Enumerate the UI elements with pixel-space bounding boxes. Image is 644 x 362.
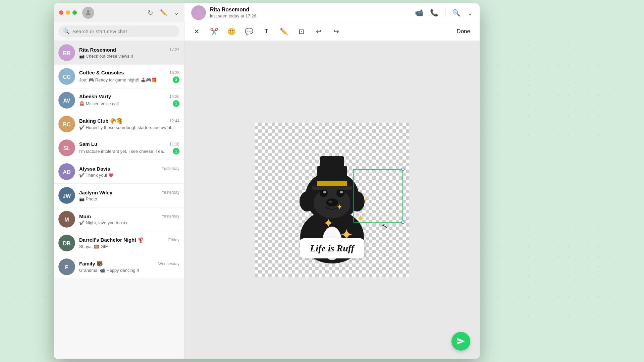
chat-top-family: Family 🐻 Wednesday [79, 261, 179, 267]
search-bar: 🔍 [54, 22, 184, 41]
more-options-icon[interactable]: ⌄ [467, 9, 473, 17]
svg-point-31 [340, 191, 343, 193]
chat-item-baking[interactable]: BC Baking Club 🥐🥞 12:44 ✔️ Honestly thes… [54, 112, 184, 136]
divider [445, 9, 445, 17]
svg-text:CC: CC [63, 74, 71, 80]
emoji-icon[interactable]: 🙂 [226, 26, 237, 37]
svg-point-30 [323, 191, 326, 193]
chat-name-darrell: Darrell's Bachelor Night 🦞 [79, 237, 144, 243]
chat-name-abeesh: Abeesh Varty [79, 94, 111, 99]
chat-content-sam: Sam Lu 11:18 I'm lactose intolerant yet,… [79, 141, 179, 155]
chat-name-alyssa: Alyssa Davis [79, 166, 110, 172]
main-window: ↻ ✏️ ⌄ Rita Rosemond last seen today at … [54, 3, 480, 359]
contact-status: last seen today at 17:26 [210, 13, 256, 18]
chat-name-mum: Mum [79, 214, 91, 219]
unread-badge-coffee: 3 [173, 76, 179, 83]
chat-item-sam[interactable]: SL Sam Lu 11:18 I'm lactose intolerant y… [54, 136, 184, 160]
svg-point-0 [87, 10, 89, 12]
chat-preview-alyssa: ✔️ Thank you! 💗 [79, 173, 114, 178]
header-avatar [191, 5, 206, 20]
svg-text:DB: DB [63, 241, 70, 246]
chat-time-family: Wednesday [158, 261, 179, 266]
chat-header-info: Rita Rosemond last seen today at 17:26 [191, 5, 415, 20]
avatar-abeesh: AV [58, 92, 75, 109]
chat-top-baking: Baking Club 🥐🥞 12:44 [79, 118, 179, 124]
more-icon[interactable]: ⌄ [174, 9, 179, 16]
chat-preview-sam: I'm lactose intolerant yet, I see cheese… [79, 149, 166, 154]
draw-icon[interactable]: ✏️ [278, 26, 289, 37]
done-button[interactable]: Done [454, 27, 473, 36]
chat-content-family: Family 🐻 Wednesday Grandma: 📹 Happy danc… [79, 261, 179, 273]
compose-icon[interactable]: ✏️ [160, 9, 167, 16]
svg-rect-37 [317, 181, 347, 186]
crop-icon[interactable]: ⊡ [296, 26, 307, 37]
scissors-icon[interactable]: ✂️ [209, 26, 219, 37]
minimize-button[interactable] [66, 10, 70, 15]
chat-header: Rita Rosemond last seen today at 17:26 📹… [184, 3, 480, 22]
svg-text:AD: AD [63, 169, 70, 175]
chat-item-jaclyn[interactable]: JW Jaclynn Wiley Yesterday 📷 Photo [54, 184, 184, 207]
video-call-icon[interactable]: 📹 [415, 9, 423, 17]
avatar-darrell: DB [58, 235, 75, 251]
chat-top-jaclyn: Jaclynn Wiley Yesterday [79, 190, 179, 195]
svg-rect-35 [312, 186, 352, 190]
refresh-icon[interactable]: ↻ [148, 9, 153, 17]
chat-item-abeesh[interactable]: AV Abeesh Varty 14:26 🚨 Missed voice cal… [54, 88, 184, 112]
send-icon [457, 337, 465, 346]
chat-time-sam: 11:18 [169, 142, 179, 146]
sidebar-actions: ↻ ✏️ ⌄ [148, 9, 179, 17]
chat-content-coffee: Coffee & Consoles 16:38 Joe: 🎮 Ready for… [79, 70, 179, 83]
voice-call-icon[interactable]: 📞 [430, 9, 438, 17]
contact-name: Rita Rosemond [210, 7, 256, 13]
chat-preview-jaclyn: 📷 Photo [79, 196, 97, 201]
chat-content-alyssa: Alyssa Davis Yesterday ✔️ Thank you! 💗 [79, 166, 179, 178]
chat-content-darrell: Darrell's Bachelor Night 🦞 Friday Shaya:… [79, 237, 179, 249]
unread-badge-sam: 1 [173, 148, 179, 155]
chat-top-darrell: Darrell's Bachelor Night 🦞 Friday [79, 237, 179, 243]
maximize-button[interactable] [72, 10, 77, 15]
profile-avatar[interactable] [82, 7, 94, 19]
chat-item-coffee[interactable]: CC Coffee & Consoles 16:38 Joe: 🎮 Ready … [54, 65, 184, 88]
avatar-sam: SL [58, 139, 75, 156]
chat-top-coffee: Coffee & Consoles 16:38 [79, 70, 179, 75]
search-icon[interactable]: 🔍 [452, 9, 461, 17]
close-button[interactable] [59, 10, 63, 15]
chat-item-rita[interactable]: RR Rita Rosemond 17:24 📷 Check out these… [54, 41, 184, 65]
editor-canvas-area: ✦ ✦ ✦ ✦ ✦ ✦ ↖ Life is Ruf [184, 41, 480, 359]
editor-toolbar: ✕ ✂️ 🙂 💬 T ✏️ ⊡ ↩ ↪ Done [184, 22, 480, 41]
avatar-alyssa: AD [58, 163, 75, 180]
svg-text:AV: AV [63, 98, 70, 104]
chat-item-family[interactable]: F Family 🐻 Wednesday Grandma: 📹 Happy da… [54, 255, 184, 279]
undo-icon[interactable]: ↩ [313, 26, 324, 37]
text-icon[interactable]: T [261, 26, 272, 37]
unread-badge-abeesh: 1 [173, 100, 179, 107]
chat-time-rita: 17:24 [169, 47, 179, 52]
sticker-icon[interactable]: 💬 [244, 26, 254, 37]
close-editor-button[interactable]: ✕ [191, 26, 202, 37]
main-area: 🔍 RR Rita Rosemond 17:24 📷 Check out the… [54, 22, 480, 359]
chat-top-alyssa: Alyssa Davis Yesterday [79, 166, 179, 172]
avatar-rita: RR [58, 44, 75, 61]
chat-name-jaclyn: Jaclynn Wiley [79, 190, 112, 195]
search-inner: 🔍 [58, 25, 179, 37]
chat-name-family: Family 🐻 [79, 261, 103, 267]
chat-content-baking: Baking Club 🥐🥞 12:44 ✔️ Honestly these s… [79, 118, 179, 130]
search-input[interactable] [72, 28, 175, 34]
chat-item-mum[interactable]: M Mum Yesterday ✔️ Night, love you too x… [54, 207, 184, 231]
send-button[interactable] [451, 332, 470, 351]
redo-icon[interactable]: ↪ [331, 26, 341, 37]
traffic-lights [59, 10, 77, 15]
svg-text:M: M [64, 217, 69, 223]
svg-text:SL: SL [63, 145, 70, 151]
chat-time-darrell: Friday [168, 238, 179, 242]
title-bar: ↻ ✏️ ⌄ Rita Rosemond last seen today at … [54, 3, 480, 22]
chat-preview-family: Grandma: 📹 Happy dancing!!! [79, 268, 139, 273]
chat-item-alyssa[interactable]: AD Alyssa Davis Yesterday ✔️ Thank you! … [54, 160, 184, 184]
chat-list: RR Rita Rosemond 17:24 📷 Check out these… [54, 41, 184, 359]
chat-item-darrell[interactable]: DB Darrell's Bachelor Night 🦞 Friday Sha… [54, 231, 184, 255]
star-1: ✦ [323, 217, 334, 230]
avatar-coffee: CC [58, 68, 75, 85]
avatar-family: F [58, 258, 75, 275]
chat-name-coffee: Coffee & Consoles [79, 70, 124, 75]
svg-point-29 [336, 189, 344, 197]
